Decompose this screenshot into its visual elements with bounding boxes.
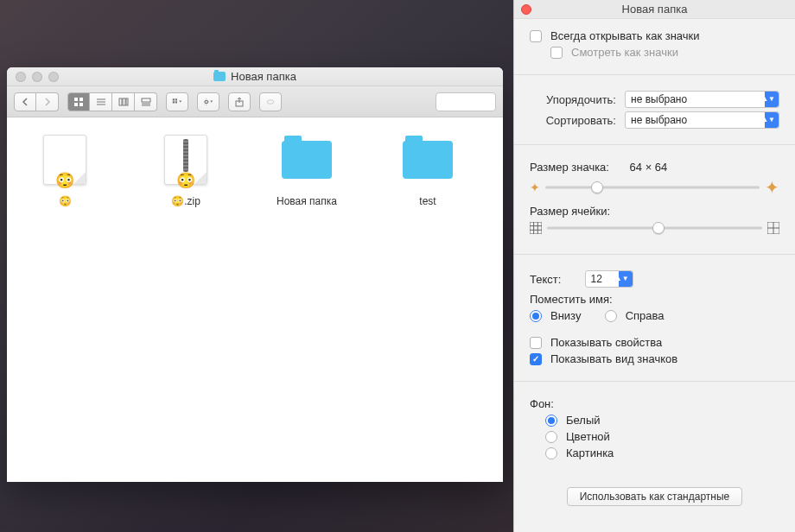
dense-grid-icon bbox=[530, 222, 542, 234]
bg-color-label: Цветной bbox=[566, 430, 610, 443]
divider bbox=[514, 254, 795, 255]
zip-icon bbox=[183, 139, 188, 172]
icon-view-button[interactable] bbox=[67, 92, 90, 111]
sort-by-label: Сортировать: bbox=[530, 114, 616, 127]
arrange-by-label: Упорядочить: bbox=[530, 93, 616, 106]
svg-rect-3 bbox=[80, 103, 83, 106]
view-options-panel: Новая папка Всегда открывать как значки … bbox=[513, 0, 795, 532]
icon-size-value: 64 × 64 bbox=[630, 161, 668, 174]
folder-icon bbox=[213, 72, 226, 81]
label-bottom-radio[interactable] bbox=[530, 310, 542, 322]
file-label: Новая папка bbox=[277, 195, 337, 207]
always-open-as-icons-label: Всегда открывать как значки bbox=[550, 29, 700, 42]
svg-rect-2 bbox=[74, 103, 78, 106]
svg-rect-9 bbox=[126, 98, 128, 105]
divider bbox=[514, 381, 795, 382]
file-item[interactable]: Новая папка bbox=[256, 133, 358, 207]
action-menu-button[interactable] bbox=[197, 92, 219, 111]
zoom-button[interactable] bbox=[48, 72, 59, 82]
traffic-lights bbox=[16, 72, 59, 82]
file-item[interactable]: test bbox=[377, 133, 479, 207]
nav-buttons bbox=[14, 92, 59, 111]
sort-by-select[interactable]: не выбрано▲▼ bbox=[625, 111, 779, 129]
tags-button[interactable] bbox=[259, 92, 282, 111]
finder-toolbar bbox=[7, 86, 503, 117]
cell-size-slider[interactable] bbox=[547, 221, 762, 235]
bg-color-radio[interactable] bbox=[545, 431, 557, 443]
coverflow-view-button[interactable] bbox=[135, 92, 157, 111]
arrange-by-select[interactable]: не выбрано▲▼ bbox=[625, 91, 779, 108]
folder-icon bbox=[282, 141, 332, 179]
svg-point-19 bbox=[267, 99, 274, 104]
inspector-titlebar[interactable]: Новая папка bbox=[514, 0, 795, 19]
cell-size-label: Размер ячейки: bbox=[530, 205, 610, 218]
small-icon-indicator: ✦ bbox=[530, 180, 540, 194]
text-label: Текст: bbox=[530, 273, 561, 286]
svg-point-17 bbox=[205, 100, 207, 103]
window-title: Новая папка bbox=[213, 70, 296, 83]
close-button[interactable] bbox=[16, 72, 26, 82]
text-size-select[interactable]: 12▲▼ bbox=[585, 270, 633, 288]
show-icon-preview-label: Показывать вид значков bbox=[550, 352, 677, 365]
svg-rect-10 bbox=[142, 98, 150, 102]
file-label: test bbox=[419, 195, 436, 207]
svg-rect-13 bbox=[173, 98, 175, 100]
divider bbox=[514, 74, 795, 75]
show-properties-checkbox[interactable] bbox=[530, 337, 542, 349]
file-label: 😳 bbox=[59, 195, 72, 207]
svg-rect-15 bbox=[173, 101, 175, 103]
back-button[interactable] bbox=[14, 92, 36, 111]
finder-titlebar[interactable]: Новая папка bbox=[7, 67, 503, 86]
label-position-label: Поместить имя: bbox=[530, 293, 613, 306]
file-label: 😳.zip bbox=[171, 195, 200, 207]
sparse-grid-icon bbox=[767, 222, 779, 234]
divider bbox=[514, 144, 795, 145]
svg-rect-8 bbox=[123, 98, 125, 105]
inspector-close-button[interactable] bbox=[521, 4, 531, 15]
svg-rect-16 bbox=[175, 101, 177, 103]
view-buttons bbox=[67, 92, 157, 111]
face-emoji-icon: 😳 bbox=[55, 171, 74, 190]
column-view-button[interactable] bbox=[112, 92, 135, 111]
file-item[interactable]: 😳 😳 bbox=[14, 133, 116, 207]
show-icon-preview-checkbox[interactable] bbox=[530, 353, 542, 365]
icon-size-label: Размер значка: bbox=[530, 161, 609, 174]
folder-icon bbox=[403, 141, 453, 179]
share-button[interactable] bbox=[228, 92, 251, 111]
svg-rect-7 bbox=[119, 98, 122, 105]
finder-window: Новая папка 😳 😳 ZIP😳 😳.zip Н bbox=[7, 67, 503, 482]
bg-white-radio[interactable] bbox=[545, 415, 557, 427]
window-title-text: Новая папка bbox=[231, 70, 296, 83]
icon-size-slider[interactable] bbox=[545, 180, 760, 194]
show-properties-label: Показывать свойства bbox=[550, 336, 662, 349]
browse-as-icons-label: Смотреть как значки bbox=[571, 46, 678, 59]
label-right-text: Справа bbox=[626, 309, 665, 322]
svg-rect-20 bbox=[530, 222, 542, 234]
label-right-radio[interactable] bbox=[605, 310, 617, 322]
list-view-button[interactable] bbox=[90, 92, 112, 111]
file-area[interactable]: 😳 😳 ZIP😳 😳.zip Новая папка test bbox=[7, 117, 503, 482]
bg-image-label: Картинка bbox=[566, 446, 614, 459]
forward-button[interactable] bbox=[36, 92, 59, 111]
inspector-title: Новая папка bbox=[622, 3, 688, 16]
minimize-button[interactable] bbox=[32, 72, 42, 82]
large-icon-indicator: ✦ bbox=[765, 177, 779, 198]
search-input[interactable] bbox=[436, 92, 496, 111]
always-open-as-icons-checkbox[interactable] bbox=[530, 30, 542, 42]
svg-rect-14 bbox=[175, 98, 177, 100]
svg-rect-0 bbox=[74, 98, 78, 101]
bg-image-radio[interactable] bbox=[545, 447, 557, 459]
bg-white-label: Белый bbox=[566, 414, 601, 427]
file-item[interactable]: ZIP😳 😳.zip bbox=[135, 133, 237, 207]
background-label: Фон: bbox=[530, 397, 554, 410]
face-emoji-icon: 😳 bbox=[176, 171, 195, 190]
arrange-menu-button[interactable] bbox=[166, 92, 188, 111]
label-bottom-text: Внизу bbox=[550, 309, 581, 322]
browse-as-icons-checkbox[interactable] bbox=[550, 47, 563, 59]
use-as-defaults-button[interactable]: Использовать как стандартные bbox=[567, 487, 743, 506]
svg-rect-1 bbox=[80, 98, 83, 101]
